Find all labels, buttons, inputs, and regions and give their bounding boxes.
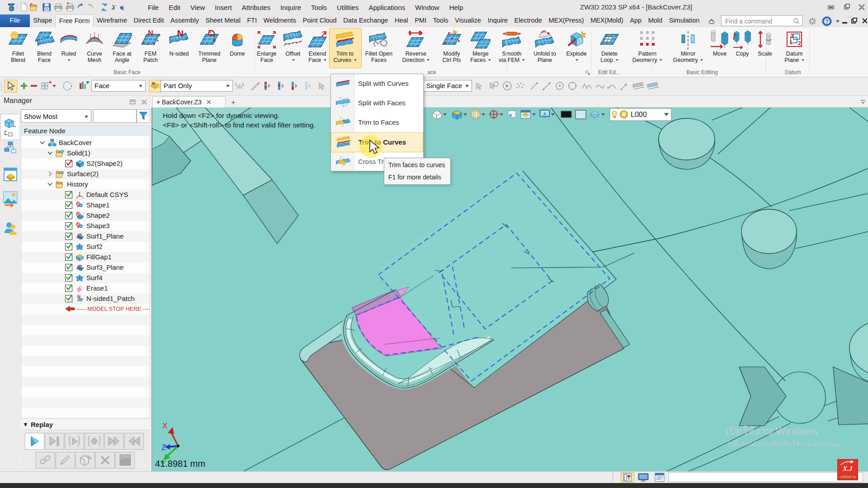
- svg-text:?: ?: [825, 18, 829, 25]
- svg-text:2: 2: [798, 40, 801, 47]
- svg-text:x: x: [82, 197, 84, 199]
- svg-text:3: 3: [790, 33, 793, 39]
- svg-text:41.8981 mm: 41.8981 mm: [155, 459, 205, 469]
- svg-text:y: y: [80, 191, 81, 193]
- svg-text:Z: Z: [161, 443, 166, 452]
- svg-text:X: X: [162, 422, 167, 430]
- svg-text:เปิดใช้งาน Windows: เปิดใช้งาน Windows: [726, 425, 818, 437]
- svg-text:N: N: [77, 295, 80, 300]
- svg-text:L000: L000: [631, 111, 647, 118]
- svg-text:ไปที่ การตั้งค่า เพื่อเปิดใช้ง: ไปที่ การตั้งค่า เพื่อเปิดใช้งาน Windows: [726, 439, 841, 448]
- svg-text:z: z: [76, 197, 77, 199]
- svg-text:Hold down <F2> for dynamic vie: Hold down <F2> for dynamic viewing.: [163, 112, 279, 119]
- svg-text:N: N: [148, 29, 153, 37]
- svg-text:N: N: [177, 29, 184, 38]
- svg-text:<F8> or <Shift-roll> to find n: <F8> or <Shift-roll> to find next valid …: [163, 121, 316, 129]
- svg-text:1: 1: [789, 39, 793, 46]
